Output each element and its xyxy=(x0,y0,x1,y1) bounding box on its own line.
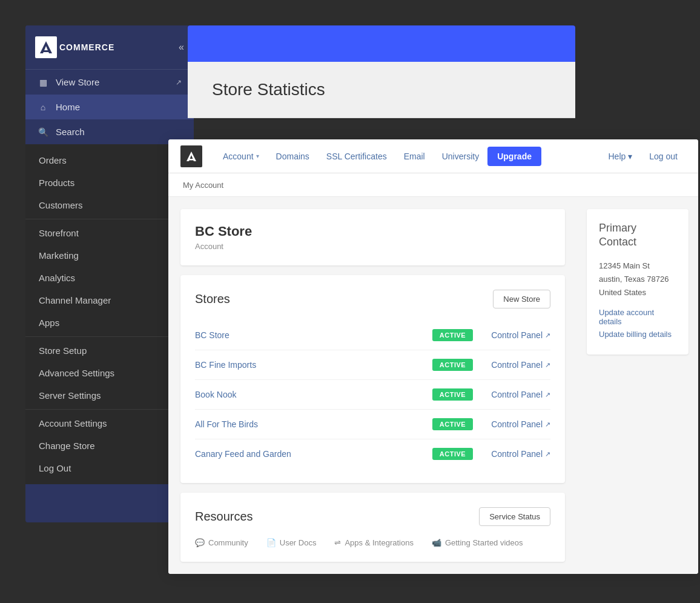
service-status-button[interactable]: Service Status xyxy=(479,507,550,526)
top-nav-right: Help ▾ Log out xyxy=(599,139,686,173)
help-dropdown-arrow: ▾ xyxy=(628,152,632,161)
store-status-badge-4: ACTIVE xyxy=(432,448,473,460)
help-menu-button[interactable]: Help ▾ xyxy=(599,139,641,173)
store-name-book-nook[interactable]: Book Nook xyxy=(195,390,414,399)
breadcrumb: My Account xyxy=(183,181,223,190)
store-row: BC Store ACTIVE Control Panel ↗ xyxy=(195,321,550,350)
store-row: Canary Feed and Garden ACTIVE Control Pa… xyxy=(195,439,550,468)
store-name-all-for-the-birds[interactable]: All For The Birds xyxy=(195,419,414,429)
account-panel: Account ▾ Domains SSL Certificates Email… xyxy=(168,139,698,574)
account-type: Account xyxy=(195,242,550,251)
update-account-details-link[interactable]: Update account details xyxy=(599,308,676,326)
bigcommerce-nav-logo xyxy=(180,145,202,167)
top-nav-ssl-certificates[interactable]: SSL Certificates xyxy=(318,139,395,173)
external-link-icon-1: ↗ xyxy=(545,361,550,369)
docs-icon: 📄 xyxy=(266,538,276,547)
external-link-icon-0: ↗ xyxy=(545,331,550,339)
store-row: BC Fine Imports ACTIVE Control Panel ↗ xyxy=(195,350,550,380)
bigcommerce-logo-icon xyxy=(35,36,57,58)
store-name-bc-fine-imports[interactable]: BC Fine Imports xyxy=(195,360,414,370)
svg-rect-3 xyxy=(188,159,195,161)
content-right-column: Primary Contact 12345 Main St austin, Te… xyxy=(577,197,698,574)
external-link-icon-3: ↗ xyxy=(545,421,550,428)
resources-title: Resources xyxy=(195,510,253,524)
top-nav-bar: Account ▾ Domains SSL Certificates Email… xyxy=(168,139,698,173)
resources-links: 💬 Community 📄 User Docs ⇌ Apps & Integra… xyxy=(195,538,550,547)
store-status-badge-2: ACTIVE xyxy=(432,388,473,401)
resources-header: Resources Service Status xyxy=(195,507,550,526)
resources-card: Resources Service Status 💬 Community 📄 U… xyxy=(180,493,565,562)
resource-link-getting-started[interactable]: 📹 Getting Started videos xyxy=(432,538,523,547)
store-row: All For The Birds ACTIVE Control Panel ↗ xyxy=(195,410,550,439)
control-panel-link-1[interactable]: Control Panel ↗ xyxy=(491,360,550,370)
integrations-icon: ⇌ xyxy=(334,538,341,547)
logo-area: COMMERCE xyxy=(35,36,114,58)
top-nav-domains[interactable]: Domains xyxy=(268,139,318,173)
videos-icon: 📹 xyxy=(432,538,441,547)
resource-link-apps-integrations[interactable]: ⇌ Apps & Integrations xyxy=(334,538,413,547)
sidebar-item-home[interactable]: ⌂ Home xyxy=(25,95,194,119)
stores-title: Stores xyxy=(195,292,230,306)
external-link-icon-4: ↗ xyxy=(545,450,550,458)
store-status-badge-1: ACTIVE xyxy=(432,359,473,371)
contact-address: 12345 Main St austin, Texas 78726 United… xyxy=(599,259,676,299)
sidebar-header: COMMERCE « xyxy=(25,25,194,70)
sidebar-top-nav: ▦ View Store ↗ ⌂ Home 🔍 Search xyxy=(25,70,194,144)
top-nav-account-menu[interactable]: Account ▾ xyxy=(214,139,268,173)
stores-header: Stores New Store xyxy=(195,290,550,308)
account-name: BC Store xyxy=(195,224,550,239)
update-billing-details-link[interactable]: Update billing details xyxy=(599,330,676,339)
primary-contact-card: Primary Contact 12345 Main St austin, Te… xyxy=(587,209,688,355)
account-info-card: BC Store Account xyxy=(180,209,565,265)
svg-rect-1 xyxy=(42,50,50,52)
breadcrumb-bar: My Account xyxy=(168,173,698,197)
logo-text: COMMERCE xyxy=(59,42,114,52)
external-link-icon: ↗ xyxy=(176,78,182,87)
stats-title: Store Statistics xyxy=(212,80,325,99)
stores-card: Stores New Store BC Store ACTIVE Control… xyxy=(180,275,565,483)
primary-contact-title: Primary Contact xyxy=(599,221,676,250)
store-status-badge-0: ACTIVE xyxy=(432,329,473,341)
new-store-button[interactable]: New Store xyxy=(493,290,550,308)
main-content: BC Store Account Stores New Store BC Sto… xyxy=(168,197,698,574)
top-nav-email[interactable]: Email xyxy=(395,139,434,173)
external-link-icon-2: ↗ xyxy=(545,391,550,399)
upgrade-button[interactable]: Upgrade xyxy=(487,147,541,166)
resource-link-user-docs[interactable]: 📄 User Docs xyxy=(266,538,317,547)
store-name-bc-store[interactable]: BC Store xyxy=(195,330,414,340)
store-name-canary-feed[interactable]: Canary Feed and Garden xyxy=(195,449,414,459)
resource-link-community[interactable]: 💬 Community xyxy=(195,538,248,547)
top-nav-university[interactable]: University xyxy=(434,139,487,173)
logout-button[interactable]: Log out xyxy=(641,139,686,173)
blue-header-strip xyxy=(188,25,575,62)
account-dropdown-arrow: ▾ xyxy=(256,153,259,159)
sidebar-item-view-store[interactable]: ▦ View Store ↗ xyxy=(25,70,194,95)
control-panel-link-0[interactable]: Control Panel ↗ xyxy=(491,330,550,340)
community-icon: 💬 xyxy=(195,538,205,547)
control-panel-link-3[interactable]: Control Panel ↗ xyxy=(491,419,550,429)
stats-banner: Store Statistics xyxy=(188,62,575,118)
control-panel-link-4[interactable]: Control Panel ↗ xyxy=(491,449,550,459)
store-row: Book Nook ACTIVE Control Panel ↗ xyxy=(195,380,550,410)
home-icon: ⌂ xyxy=(38,102,48,112)
control-panel-link-2[interactable]: Control Panel ↗ xyxy=(491,390,550,399)
store-status-badge-3: ACTIVE xyxy=(432,418,473,430)
search-icon: 🔍 xyxy=(38,127,48,137)
store-icon: ▦ xyxy=(38,78,48,87)
collapse-sidebar-button[interactable]: « xyxy=(179,42,184,53)
content-header-area: Store Statistics xyxy=(188,25,575,118)
content-left-column: BC Store Account Stores New Store BC Sto… xyxy=(168,197,577,574)
